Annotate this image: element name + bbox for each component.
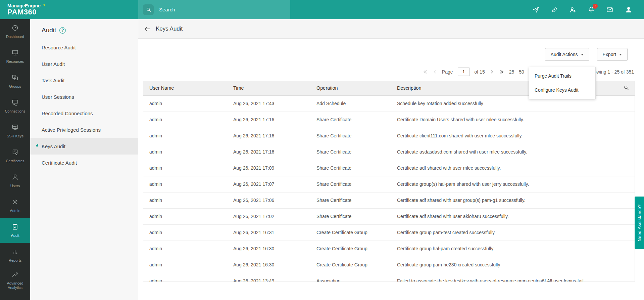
table-row: adminAug 26, 2021 17:06Share Certificate… [143,192,635,208]
last-page-icon[interactable] [499,69,504,75]
audit-nav-item-user-sessions[interactable]: User Sessions [30,89,138,105]
profile-icon[interactable] [625,6,633,14]
audit-nav-item-active-privileged-sessions[interactable]: Active Privileged Sessions [30,122,138,138]
sidebar-item-advanced-analytics[interactable]: Advanced Analytics [0,268,30,293]
audit-nav-item-label: User Sessions [42,94,74,100]
chevron-down-icon [581,54,584,55]
table-cell: Aug 26, 2021 17:06 [227,192,310,208]
sidebar-item-dashboard[interactable]: Dashboard [0,19,30,44]
main-content: Audit Actions Export Page of 15 25507510… [138,39,644,300]
sidebar-item-users[interactable]: Users [0,168,30,193]
advanced-analytics-icon [11,271,19,280]
sidebar-item-label: Reports [8,258,22,263]
page-number-input[interactable] [458,68,470,76]
table-cell: Certificate adf shared with user mlee su… [391,160,617,176]
back-arrow-icon[interactable] [144,25,151,33]
table-cell: admin [143,208,227,224]
page-header: Keys Audit [138,19,644,39]
audit-nav-title: Audit [42,27,56,34]
audit-nav-item-task-audit[interactable]: Task Audit [30,72,138,89]
table-cell: Share Certificate [310,192,391,208]
admin-icon [11,198,19,207]
table-cell [617,208,635,224]
link-icon[interactable] [551,6,558,13]
table-cell: admin [143,241,227,257]
sidebar-item-ssh-keys[interactable]: SSH Keys [0,119,30,143]
table-cell: Certificate group pam-he230 created succ… [391,257,617,273]
help-icon[interactable]: ? [59,27,66,34]
audit-nav-item-label: Resource Audit [42,45,76,50]
table-cell: Certificate asdasdasd.com shared with us… [391,144,617,160]
brand-swoosh-icon [41,3,45,8]
table-search-icon[interactable] [623,85,629,91]
page-of-label: of 15 [475,69,485,75]
sidebar-item-label: Users [10,184,21,188]
table-cell: Aug 26, 2021 17:09 [227,160,310,176]
top-bar: ManageEngine PAM360 ! [0,0,644,19]
table-row: adminAug 26, 2021 17:07Share Certificate… [143,176,635,192]
table-cell: Certificate group(s) hal-pam shared with… [391,176,617,192]
audit-nav-item-keys-audit[interactable]: Keys Audit [30,138,138,155]
table-cell: Certificate client111.com shared with us… [391,128,617,144]
menu-item-configure-keys-audit[interactable]: Configure Keys Audit [529,83,595,97]
table-cell [617,224,635,241]
table-cell: Association [310,273,391,282]
table-cell: Certificate adf shared with user akiohar… [391,208,617,224]
audit-icon [11,223,19,232]
audit-nav-item-recorded-connections[interactable]: Recorded Connections [30,105,138,122]
sidebar-item-label: Audit [10,233,20,238]
audit-nav-item-resource-audit[interactable]: Resource Audit [30,39,138,56]
table-cell: Aug 26, 2021 16:30 [227,241,310,257]
table-row: adminAug 26, 2021 16:31Create Certificat… [143,224,635,241]
prev-page-icon[interactable] [433,70,437,74]
sidebar-item-certificates[interactable]: Certificates [0,143,30,168]
audit-actions-button[interactable]: Audit Actions [545,48,589,61]
export-button[interactable]: Export [597,48,628,61]
sidebar-item-label: Dashboard [5,35,25,39]
table-cell: admin [143,160,227,176]
next-page-icon[interactable] [490,70,494,74]
paper-plane-icon[interactable] [532,6,540,13]
sidebar-item-groups[interactable]: Groups [0,69,30,94]
sidebar-item-connections[interactable]: Connections [0,94,30,119]
table-cell: Aug 26, 2021 17:16 [227,128,310,144]
table-cell: admin [143,112,227,128]
table-cell [617,144,635,160]
table-cell: Aug 26, 2021 17:16 [227,144,310,160]
sidebar: DashboardResourcesGroupsConnectionsSSH K… [0,19,30,300]
mail-icon[interactable] [606,6,613,13]
sidebar-item-admin[interactable]: Admin [0,193,30,218]
table-cell: Create Certificate Group [310,224,391,241]
audit-nav-item-label: Task Audit [42,78,64,83]
menu-item-purge-audit-trails[interactable]: Purge Audit Trails [529,69,595,83]
brand-manageengine: ManageEngine [7,3,41,8]
search-icon[interactable] [143,4,154,15]
table-cell: admin [143,144,227,160]
first-page-icon[interactable] [423,69,428,75]
table-cell: Certificate group pam-test created succe… [391,224,617,241]
page-size-25[interactable]: 25 [509,69,514,75]
search-input[interactable] [158,6,269,13]
table-cell: admin [143,192,227,208]
table-row: adminAug 26, 2021 13:49AssociationFailed… [143,273,635,282]
table-cell: admin [143,257,227,273]
table-row: adminAug 26, 2021 17:16Share Certificate… [143,144,635,160]
user-gear-icon[interactable] [569,6,577,13]
certificates-icon [11,148,19,157]
global-search-bar [138,0,290,19]
notification-bell-icon[interactable]: ! [588,6,595,13]
sidebar-item-reports[interactable]: Reports [0,243,30,268]
table-cell [617,257,635,273]
page-title: Keys Audit [156,26,183,32]
audit-nav-item-user-audit[interactable]: User Audit [30,56,138,72]
table-cell [617,273,635,282]
table-cell: Aug 26, 2021 17:07 [227,176,310,192]
table-cell: Create Certificate Group [310,257,391,273]
sidebar-item-label: Admin [9,209,21,213]
need-assistance-tab[interactable]: Need Assistance? [635,197,644,249]
table-cell [617,112,635,128]
sidebar-item-audit[interactable]: Audit [0,218,30,243]
page-size-50[interactable]: 50 [519,69,524,75]
sidebar-item-resources[interactable]: Resources [0,44,30,69]
audit-nav-item-certificate-audit[interactable]: Certificate Audit [30,155,138,171]
